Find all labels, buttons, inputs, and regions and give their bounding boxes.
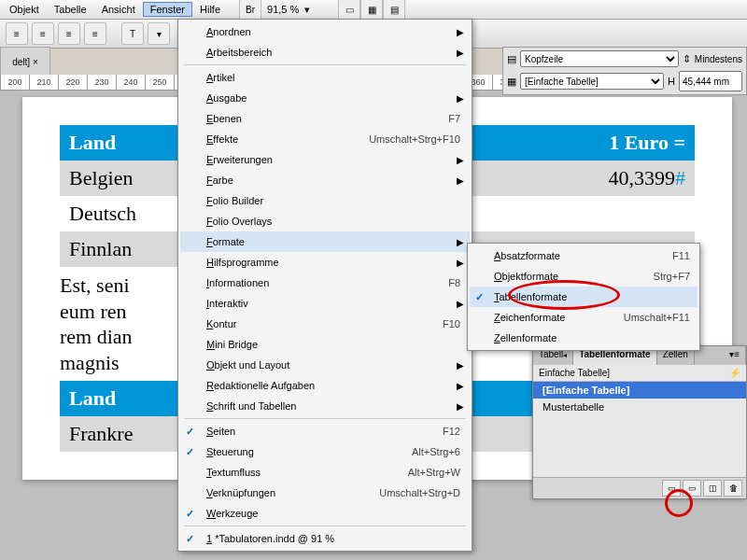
- menu-item[interactable]: Formate▶: [180, 231, 470, 252]
- submenu-item[interactable]: ObjektformateStrg+F7: [470, 266, 698, 287]
- panel-menu-icon[interactable]: ▾≡: [724, 346, 746, 365]
- menu-fenster[interactable]: Fenster: [143, 2, 192, 17]
- view-options-icon[interactable]: ▤: [383, 0, 405, 21]
- menubar: Objekt Tabelle Ansicht Fenster Hilfe Br …: [0, 0, 747, 20]
- formate-submenu: AbsatzformateF11ObjektformateStrg+F7✓Tab…: [467, 243, 700, 351]
- submenu-item[interactable]: ZeichenformateUmschalt+F11: [470, 307, 698, 328]
- menu-item[interactable]: Erweiterungen▶: [180, 149, 470, 170]
- menu-objekt[interactable]: Objekt: [2, 2, 47, 17]
- table-options-panel: ▤ Kopfzeile ⇕ Mindestens ▦ [Einfache Tab…: [502, 47, 747, 95]
- height-mode-icon: ⇕: [683, 53, 691, 65]
- new-style-button[interactable]: ◫: [703, 480, 722, 497]
- align-center-icon[interactable]: ≡: [32, 22, 54, 45]
- menu-item[interactable]: Anordnen▶: [180, 21, 470, 42]
- text-orientation-icon[interactable]: T: [121, 22, 144, 45]
- fenster-menu: Anordnen▶Arbeitsbereich▶ArtikelAusgabe▶E…: [177, 19, 472, 552]
- menu-item[interactable]: TextumflussAlt+Strg+W: [180, 462, 470, 483]
- zoom-level[interactable]: 91,5 %: [261, 4, 304, 15]
- align-justify-icon[interactable]: ≡: [84, 22, 106, 45]
- menu-item[interactable]: Arbeitsbereich▶: [180, 42, 470, 63]
- style-list-item[interactable]: [Einfache Tabelle]: [533, 382, 746, 399]
- style-list-item[interactable]: Mustertabelle: [533, 399, 746, 415]
- menu-hilfe[interactable]: Hilfe: [192, 2, 228, 17]
- menu-item[interactable]: Objekt und Layout▶: [180, 355, 470, 375]
- menu-item[interactable]: ✓SeitenF12: [180, 421, 470, 441]
- menu-item[interactable]: Mini Bridge: [180, 334, 470, 355]
- menu-item[interactable]: EffekteUmschalt+Strg+F10: [180, 129, 470, 149]
- submenu-item[interactable]: ✓Tabellenformate: [470, 287, 698, 307]
- menu-item[interactable]: Interaktiv▶: [180, 293, 470, 314]
- submenu-item[interactable]: AbsatzformateF11: [470, 245, 698, 266]
- menu-ansicht[interactable]: Ansicht: [94, 2, 143, 17]
- menu-item[interactable]: Ausgabe▶: [180, 88, 470, 108]
- menu-item[interactable]: Schrift und Tabellen▶: [180, 396, 470, 416]
- table-style-select[interactable]: [Einfache Tabelle]: [520, 73, 664, 90]
- align-left-icon[interactable]: ≡: [6, 22, 28, 45]
- menu-item[interactable]: InformationenF8: [180, 273, 470, 293]
- align-right-icon[interactable]: ≡: [58, 22, 80, 45]
- menu-item[interactable]: Folio Builder: [180, 190, 470, 211]
- screen-mode-icon[interactable]: ▭: [338, 0, 360, 21]
- submenu-item[interactable]: Zellenformate: [470, 328, 698, 348]
- menu-item[interactable]: VerknüpfungenUmschalt+Strg+D: [180, 483, 470, 503]
- document-tab[interactable]: delt] ×: [0, 47, 50, 77]
- tabellenformate-panel: Tabell◂ Tabellenformate Zellen ▾≡ Einfac…: [532, 345, 747, 499]
- menu-item[interactable]: Folio Overlays: [180, 211, 470, 231]
- menu-item[interactable]: ✓Werkzeuge: [180, 503, 470, 524]
- height-mode-label: Mindestens: [695, 54, 742, 64]
- menu-item[interactable]: Hilfsprogramme▶: [180, 252, 470, 273]
- cell-options-icon[interactable]: ▾: [148, 22, 170, 45]
- panel-button-2[interactable]: ▭: [683, 480, 701, 497]
- row-type-icon: ▤: [507, 53, 516, 65]
- row-type-select[interactable]: Kopfzeile: [520, 50, 679, 67]
- panel-button-1[interactable]: ▭: [662, 480, 681, 497]
- zoom-dropdown-icon[interactable]: ▾: [304, 4, 310, 16]
- menu-item[interactable]: Redaktionelle Aufgaben▶: [180, 375, 470, 396]
- row-height-input[interactable]: [679, 71, 742, 91]
- menu-item[interactable]: ✓SteuerungAlt+Strg+6: [180, 441, 470, 462]
- menu-item[interactable]: Artikel: [180, 67, 470, 88]
- bridge-button[interactable]: Br: [239, 0, 261, 21]
- current-style-label: Einfache Tabelle]: [539, 368, 610, 378]
- menu-item[interactable]: Farbe▶: [180, 170, 470, 190]
- menu-tabelle[interactable]: Tabelle: [47, 2, 94, 17]
- table-style-icon: ▦: [507, 76, 516, 88]
- delete-style-button[interactable]: 🗑: [724, 480, 742, 497]
- menu-item[interactable]: KonturF10: [180, 314, 470, 334]
- menu-item[interactable]: EbenenF7: [180, 108, 470, 129]
- override-bolt-icon[interactable]: ⚡: [729, 368, 740, 378]
- arrange-icon[interactable]: ▦: [360, 0, 383, 21]
- height-icon: H: [668, 76, 675, 87]
- menu-item[interactable]: ✓1 *Tabulatoren.indd @ 91 %: [180, 528, 470, 549]
